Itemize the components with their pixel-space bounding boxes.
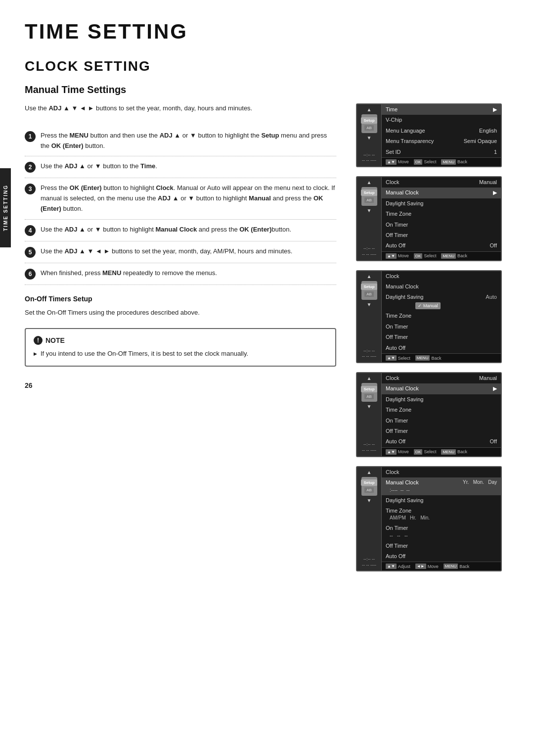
tv-bottom-bar-4: ▲▼ Move OK Select MENU Back bbox=[382, 447, 501, 456]
menu-row-offtimer-3: Off Timer bbox=[382, 332, 501, 342]
note-title-text: NOTE bbox=[45, 336, 65, 344]
tv-screen-1: ▲ Setup AB ▼ --:-- ---- -- ---- bbox=[356, 103, 502, 167]
menu-row-clock-4: ClockManual bbox=[382, 373, 501, 383]
step-1: 1 Press the MENU button and then use the… bbox=[25, 126, 336, 157]
step-text-2: Use the ADJ ▲ or ▼ button to the Time. bbox=[41, 161, 157, 172]
menu-row-daylight-3: Daylight Saving Auto ✓ Manual bbox=[382, 292, 501, 311]
step-number-5: 5 bbox=[25, 247, 36, 258]
menu-row-ontimer-4: On Timer bbox=[382, 416, 501, 426]
side-tab: TIME SETTING bbox=[0, 168, 11, 247]
menu-row-autooff-4: Auto OffOff bbox=[382, 436, 501, 447]
arrow-down-icon-4: ▼ bbox=[367, 404, 372, 409]
arrow-up-icon-4: ▲ bbox=[367, 376, 372, 381]
setup-label-5: Setup bbox=[361, 479, 377, 486]
on-off-heading: On-Off Timers Setup bbox=[25, 295, 336, 303]
tv-screen-4: ▲ Setup AB ▼ --:-- ---- -- ---- bbox=[356, 372, 502, 457]
panel-icons-1: ▲ Setup AB ▼ --:-- ---- -- ---- bbox=[357, 104, 382, 166]
menu-row-ontimer-5: On Timer -- -- -- bbox=[382, 523, 501, 540]
left-column: Use the ADJ ▲ ▼ ◄ ► buttons to set the y… bbox=[25, 103, 336, 389]
menu-row-manualclock-4: Manual Clock▶ bbox=[382, 383, 501, 394]
step-text-1: Press the MENU button and then use the A… bbox=[41, 131, 336, 151]
remote-icon-3: Setup AB bbox=[361, 281, 377, 300]
page-title: TIME SETTING bbox=[25, 20, 509, 44]
menu-row-manualclock-5: Manual Clock Yr. Mon. Day :---- -- -- bbox=[382, 477, 501, 495]
arrow-down-icon-3: ▼ bbox=[367, 302, 372, 307]
step-text-3: Press the OK (Enter) button to highlight… bbox=[41, 183, 336, 214]
tv-bottom-bar-5: ▲▼ Adjust ◄► Move MENU Back bbox=[382, 562, 501, 570]
panel-icons-3: ▲ Setup AB ▼ --:-- ---- -- ---- bbox=[357, 271, 382, 362]
note-icon: ! bbox=[34, 336, 43, 345]
setup-label-1: Setup bbox=[361, 117, 377, 124]
step-text-6: When finished, press MENU repeatedly to … bbox=[41, 268, 217, 279]
menu-row-language: Menu LanguageEnglish bbox=[382, 126, 501, 136]
intro-paragraph: Use the ADJ ▲ ▼ ◄ ► buttons to set the y… bbox=[25, 103, 336, 114]
panel-icons-2: ▲ Setup AB ▼ --:-- ---- -- ---- bbox=[357, 177, 382, 260]
remote-icon-5: Setup AB bbox=[361, 477, 377, 496]
step-4: 4 Use the ADJ ▲ or ▼ button to highlight… bbox=[25, 220, 336, 241]
step-number-1: 1 bbox=[25, 131, 36, 142]
step-5: 5 Use the ADJ ▲ ▼ ◄ ► buttons to set the… bbox=[25, 241, 336, 263]
menu-row-timezone-4: Time Zone bbox=[382, 405, 501, 415]
section-title: CLOCK SETTING bbox=[25, 58, 509, 74]
menu-row-offtimer-4: Off Timer bbox=[382, 426, 501, 436]
arrow-up-icon-5: ▲ bbox=[367, 470, 372, 475]
tv-screen-5: ▲ Setup AB ▼ --:-- ---- -- ---- bbox=[356, 466, 502, 572]
setup-label-2: Setup bbox=[361, 189, 377, 196]
side-tab-label: TIME SETTING bbox=[3, 185, 8, 231]
setup-label-4: Setup bbox=[361, 386, 377, 392]
menu-row-offtimer-5: Off Timer bbox=[382, 541, 501, 551]
menu-row-clock-3: Clock bbox=[382, 271, 501, 282]
arrow-up-icon-3: ▲ bbox=[367, 274, 372, 279]
remote-icon-4: Setup AB bbox=[361, 383, 377, 402]
tv-bottom-bar-3: ▲▼ Select MENU Back bbox=[382, 353, 501, 362]
arrow-up-icon-2: ▲ bbox=[367, 180, 372, 185]
menu-row-manualclock-3: Manual Clock bbox=[382, 282, 501, 292]
tv-menu-5: Clock Manual Clock Yr. Mon. Day :---- --… bbox=[382, 467, 501, 571]
arrow-up-icon-1: ▲ bbox=[367, 107, 372, 112]
menu-row-setid: Set ID1 bbox=[382, 147, 501, 157]
menu-row-ontimer-3: On Timer bbox=[382, 322, 501, 332]
step-number-4: 4 bbox=[25, 225, 36, 236]
menu-row-autooff-2: Auto OffOff bbox=[382, 240, 501, 251]
note-item-1: If you intend to use the On-Off Timers, … bbox=[34, 349, 327, 359]
step-text-5: Use the ADJ ▲ ▼ ◄ ► buttons to set the y… bbox=[41, 246, 292, 257]
ab-label-2: AB bbox=[364, 197, 374, 203]
on-off-text: Set the On-Off Timers using the procedur… bbox=[25, 308, 336, 318]
ab-label-4: AB bbox=[364, 394, 374, 399]
menu-row-transparency: Menu TransparencySemi Opaque bbox=[382, 136, 501, 146]
menu-row-timezone-2: Time Zone bbox=[382, 209, 501, 219]
menu-row-time: Time ▶ bbox=[382, 104, 501, 115]
menu-row-daylight-4: Daylight Saving bbox=[382, 394, 501, 405]
arrow-down-icon-1: ▼ bbox=[367, 135, 372, 141]
tv-bottom-bar-2: ▲▼ Move OK Select MENU Back bbox=[382, 251, 501, 260]
menu-row-daylight-5: Daylight Saving bbox=[382, 495, 501, 506]
menu-row-vchip: V-Chip bbox=[382, 115, 501, 125]
steps-list: 1 Press the MENU button and then use the… bbox=[25, 126, 336, 285]
step-text-4: Use the ADJ ▲ or ▼ button to highlight M… bbox=[41, 225, 291, 235]
ab-label-3: AB bbox=[364, 291, 374, 297]
menu-row-offtimer-2: Off Timer bbox=[382, 230, 501, 240]
note-box: ! NOTE If you intend to use the On-Off T… bbox=[25, 328, 336, 367]
arrow-down-icon-2: ▼ bbox=[367, 208, 372, 213]
remote-icon-2: Setup AB bbox=[361, 187, 377, 206]
menu-row-autooff-5: Auto Off bbox=[382, 551, 501, 562]
right-column: ▲ Setup AB ▼ --:-- ---- -- ---- bbox=[356, 103, 509, 571]
menu-row-autooff-3: Auto Off bbox=[382, 343, 501, 353]
menu-row-ontimer-2: On Timer bbox=[382, 220, 501, 230]
step-6: 6 When finished, press MENU repeatedly t… bbox=[25, 263, 336, 285]
tv-menu-1: Time ▶ V-Chip Menu LanguageEnglish Menu … bbox=[382, 104, 501, 166]
step-number-2: 2 bbox=[25, 162, 36, 173]
ab-label-1: AB bbox=[364, 125, 374, 131]
tv-menu-4: ClockManual Manual Clock▶ Daylight Savin… bbox=[382, 373, 501, 456]
tv-screen-3: ▲ Setup AB ▼ --:-- ---- -- ---- bbox=[356, 270, 502, 363]
menu-row-clock-2: ClockManual bbox=[382, 177, 501, 188]
tv-screen-2: ▲ Setup AB ▼ --:-- ---- -- ---- bbox=[356, 176, 502, 261]
tv-bottom-bar-1: ▲▼ Move OK Select MENU Back bbox=[382, 157, 501, 166]
menu-row-daylight-2: Daylight Saving bbox=[382, 198, 501, 209]
note-title: ! NOTE bbox=[34, 336, 327, 345]
intro-bold1: ADJ ▲ ▼ ◄ ► bbox=[48, 104, 94, 112]
checkmark-icon: ✓ bbox=[418, 303, 422, 309]
panel-icons-4: ▲ Setup AB ▼ --:-- ---- -- ---- bbox=[357, 373, 382, 456]
panel-icons-5: ▲ Setup AB ▼ --:-- ---- -- ---- bbox=[357, 467, 382, 571]
menu-row-clock-5: Clock bbox=[382, 467, 501, 477]
